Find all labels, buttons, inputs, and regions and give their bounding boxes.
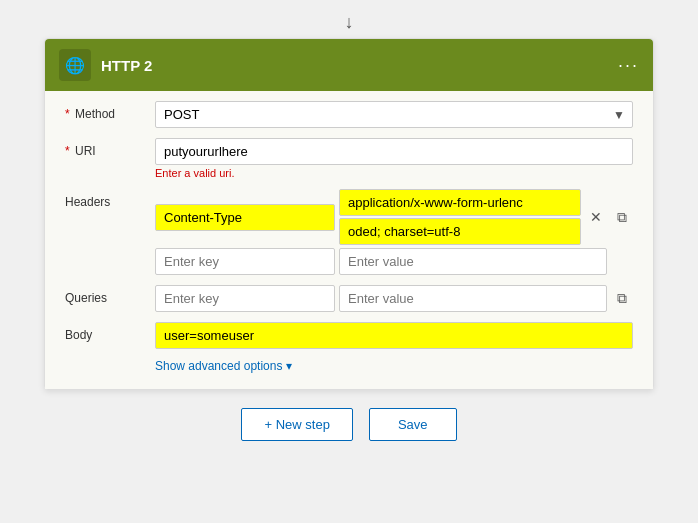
card-title: HTTP 2 (101, 57, 152, 74)
queries-value-input[interactable] (339, 285, 607, 312)
header-row-1: ✕ ⧉ (155, 189, 633, 245)
copy-header-icon[interactable]: ⧉ (611, 206, 633, 228)
method-select-wrap[interactable]: POST GET PUT DELETE PATCH ▼ (155, 101, 633, 128)
queries-row: Queries ⧉ (65, 285, 633, 312)
method-row: * Method POST GET PUT DELETE PATCH ▼ (65, 101, 633, 128)
header-key-2 (155, 248, 335, 275)
uri-control: Enter a valid uri. (155, 138, 633, 179)
method-select[interactable]: POST GET PUT DELETE PATCH (155, 101, 633, 128)
actions-row: + New step Save (241, 408, 456, 441)
queries-key-input[interactable] (155, 285, 335, 312)
card-header-left: 🌐 HTTP 2 (59, 49, 152, 81)
more-options-icon[interactable]: ··· (618, 55, 639, 76)
save-button[interactable]: Save (369, 408, 457, 441)
header-row-1-icons: ✕ ⧉ (585, 206, 633, 228)
uri-label: * URI (65, 138, 155, 158)
body-input[interactable] (155, 322, 633, 349)
headers-control: ✕ ⧉ ✕ (155, 189, 633, 275)
header-value-1 (339, 189, 581, 245)
new-step-button[interactable]: + New step (241, 408, 352, 441)
header-value-input-1b[interactable] (339, 218, 581, 245)
uri-error-text: Enter a valid uri. (155, 167, 633, 179)
header-key-input-2[interactable] (155, 248, 335, 275)
advanced-chevron-icon: ▾ (286, 359, 292, 373)
http-icon: 🌐 (59, 49, 91, 81)
show-advanced-label: Show advanced options (155, 359, 282, 373)
method-control: POST GET PUT DELETE PATCH ▼ (155, 101, 633, 128)
copy-query-icon[interactable]: ⧉ (611, 288, 633, 310)
body-label: Body (65, 322, 155, 342)
card-body: * Method POST GET PUT DELETE PATCH ▼ (45, 91, 653, 389)
connector-arrow: ↓ (339, 10, 359, 34)
show-advanced-row[interactable]: Show advanced options ▾ (155, 359, 633, 373)
uri-input[interactable] (155, 138, 633, 165)
uri-row: * URI Enter a valid uri. (65, 138, 633, 179)
method-label: * Method (65, 101, 155, 121)
headers-label: Headers (65, 189, 155, 209)
uri-required-star: * (65, 144, 70, 158)
queries-value-wrap (339, 285, 607, 312)
queries-inner: ⧉ (155, 285, 633, 312)
headers-grid: ✕ ⧉ ✕ (155, 189, 633, 275)
card-header: 🌐 HTTP 2 ··· (45, 39, 653, 91)
queries-control: ⧉ (155, 285, 633, 312)
header-value-input-1a[interactable] (339, 189, 581, 216)
delete-header-icon[interactable]: ✕ (585, 206, 607, 228)
method-required-star: * (65, 107, 70, 121)
body-row: Body (65, 322, 633, 349)
header-value-input-2[interactable] (339, 248, 607, 275)
queries-key-wrap (155, 285, 335, 312)
header-row-2: ✕ (155, 248, 633, 275)
queries-icons: ⧉ (611, 288, 633, 310)
queries-label: Queries (65, 285, 155, 305)
body-control (155, 322, 633, 349)
headers-row: Headers ✕ ⧉ (65, 189, 633, 275)
http2-card: 🌐 HTTP 2 ··· * Method POST GET PUT DELET… (44, 38, 654, 390)
globe-icon: 🌐 (65, 56, 85, 75)
header-key-1 (155, 204, 335, 231)
header-key-input-1[interactable] (155, 204, 335, 231)
header-value-2 (339, 248, 607, 275)
